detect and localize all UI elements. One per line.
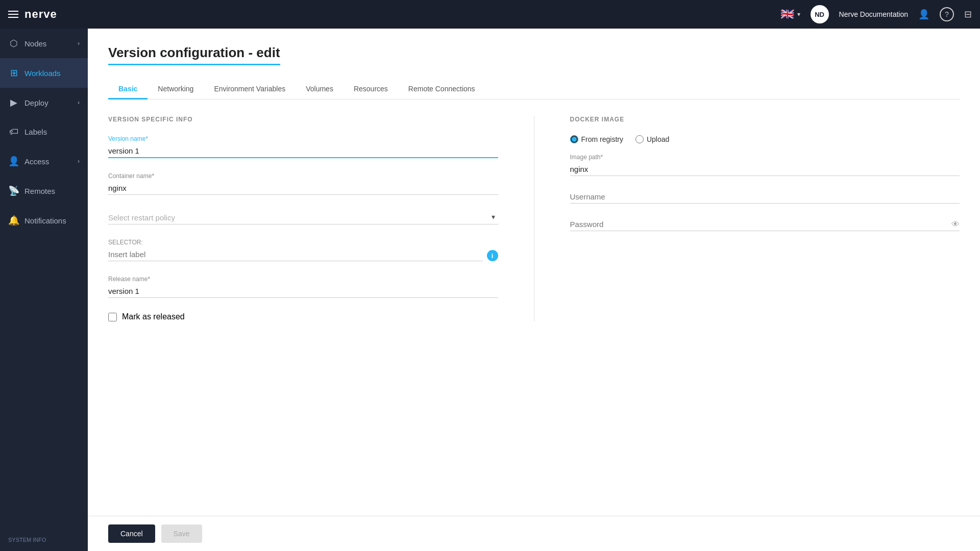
page-title: Version configuration - edit	[108, 45, 280, 65]
tab-environment-variables[interactable]: Environment Variables	[204, 80, 296, 99]
sidebar-item-label: Deploy	[24, 98, 48, 107]
release-name-input[interactable]	[108, 285, 498, 298]
selector-label: SELECTOR:	[108, 239, 498, 246]
from-registry-option[interactable]: From registry	[570, 135, 623, 143]
language-selector[interactable]: 🇬🇧 ▾	[780, 8, 800, 21]
logo-text: nerve	[24, 8, 57, 21]
version-name-field-group: Version name*	[108, 135, 498, 158]
upload-label: Upload	[647, 135, 669, 143]
restart-policy-field: Select restart policy Always Unless stop…	[108, 209, 498, 224]
upload-radio[interactable]	[635, 135, 644, 143]
image-path-field-group: Image path*	[570, 154, 960, 176]
column-divider	[534, 116, 534, 321]
docker-image-label: DOCKER IMAGE	[570, 116, 960, 123]
toggle-password-icon[interactable]: 👁	[951, 220, 960, 229]
insert-label-input[interactable]	[108, 248, 483, 261]
sidebar-item-notifications[interactable]: 🔔 Notifications	[0, 206, 88, 235]
upload-option[interactable]: Upload	[635, 135, 669, 143]
sidebar-item-label: Remotes	[24, 187, 55, 195]
tab-bar: Basic Networking Environment Variables V…	[108, 80, 960, 99]
right-column: DOCKER IMAGE From registry Upload Image …	[570, 116, 960, 321]
cancel-button[interactable]: Cancel	[108, 524, 155, 543]
version-specific-info-label: VERSION SPECIFIC INFO	[108, 116, 498, 123]
profile-icon[interactable]: 👤	[918, 9, 929, 20]
workloads-icon: ⊞	[8, 67, 19, 79]
password-field-group: 👁	[570, 218, 960, 231]
sidebar-item-label: Workloads	[24, 69, 61, 78]
labels-icon: 🏷	[8, 127, 19, 137]
version-name-input[interactable]	[108, 144, 498, 158]
nodes-icon: ⬡	[8, 38, 19, 49]
sidebar-item-label: Access	[24, 157, 49, 166]
password-input[interactable]	[570, 218, 960, 231]
username-field-group	[570, 190, 960, 204]
chevron-icon: ›	[78, 158, 80, 165]
sidebar-item-labels[interactable]: 🏷 Labels	[0, 117, 88, 146]
tab-networking[interactable]: Networking	[148, 80, 204, 99]
deploy-icon: ▶	[8, 97, 19, 108]
main-content: Version configuration - edit Basic Netwo…	[88, 29, 980, 551]
info-icon[interactable]: i	[487, 250, 498, 261]
mark-as-released-row: Mark as released	[108, 312, 498, 321]
chevron-icon: ›	[78, 99, 80, 106]
sidebar-item-workloads[interactable]: ⊞ Workloads	[0, 58, 88, 88]
left-column: VERSION SPECIFIC INFO Version name* Cont…	[108, 116, 498, 321]
from-registry-label: From registry	[581, 135, 623, 143]
from-registry-radio[interactable]	[570, 135, 578, 143]
tab-volumes[interactable]: Volumes	[296, 80, 344, 99]
release-name-label: Release name*	[108, 276, 498, 283]
restart-policy-select[interactable]: Select restart policy Always Unless stop…	[108, 209, 498, 224]
system-info-link[interactable]: SYSTEM INFO	[0, 529, 88, 551]
logout-icon[interactable]: ⊟	[964, 9, 972, 20]
remotes-icon: 📡	[8, 185, 19, 196]
container-name-label: Container name*	[108, 172, 498, 180]
sidebar-item-label: Notifications	[24, 216, 66, 225]
user-avatar[interactable]: ND	[811, 5, 829, 23]
hamburger-menu-button[interactable]	[8, 11, 18, 18]
sidebar: ⬡ Nodes › ⊞ Workloads ▶ Deploy › 🏷 Label…	[0, 29, 88, 551]
sidebar-item-label: Labels	[24, 128, 47, 136]
docker-source-radio-group: From registry Upload	[570, 135, 960, 143]
image-path-label: Image path*	[570, 154, 960, 161]
container-name-input[interactable]	[108, 182, 498, 195]
access-icon: 👤	[8, 156, 19, 167]
version-name-label: Version name*	[108, 135, 498, 142]
save-button[interactable]: Save	[161, 524, 202, 543]
tab-basic[interactable]: Basic	[108, 80, 148, 99]
image-path-input[interactable]	[570, 163, 960, 176]
chevron-icon: ›	[78, 40, 80, 47]
tab-remote-connections[interactable]: Remote Connections	[398, 80, 485, 99]
sidebar-item-access[interactable]: 👤 Access ›	[0, 146, 88, 176]
username-input[interactable]	[570, 190, 960, 204]
release-name-field-group: Release name*	[108, 276, 498, 298]
footer-buttons: Cancel Save	[88, 516, 980, 551]
top-navbar: nerve 🇬🇧 ▾ ND Nerve Documentation 👤 ? ⊟	[0, 0, 980, 29]
tab-resources[interactable]: Resources	[344, 80, 398, 99]
sidebar-item-nodes[interactable]: ⬡ Nodes ›	[0, 29, 88, 58]
app-logo: nerve	[24, 8, 57, 21]
sidebar-item-label: Nodes	[24, 39, 46, 48]
selector-field-group: SELECTOR: i	[108, 239, 498, 261]
sidebar-item-remotes[interactable]: 📡 Remotes	[0, 176, 88, 206]
form-columns: VERSION SPECIFIC INFO Version name* Cont…	[108, 116, 960, 321]
nerve-doc-link[interactable]: Nerve Documentation	[839, 10, 908, 18]
help-icon[interactable]: ?	[940, 7, 954, 21]
container-name-field-group: Container name*	[108, 172, 498, 195]
mark-as-released-label: Mark as released	[122, 312, 185, 321]
mark-as-released-checkbox[interactable]	[108, 313, 117, 321]
notifications-icon: 🔔	[8, 215, 19, 226]
sidebar-item-deploy[interactable]: ▶ Deploy ›	[0, 88, 88, 117]
